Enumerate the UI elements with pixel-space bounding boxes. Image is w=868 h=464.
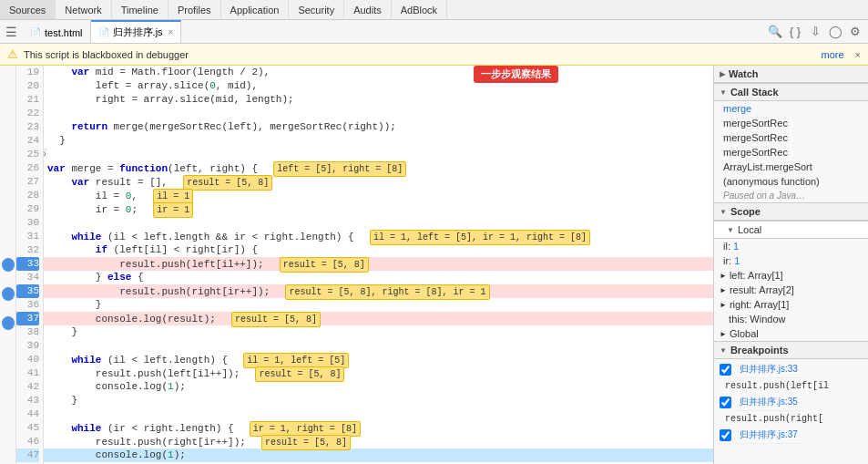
code-line-46: result.push(right[ir++]); result = [5, 8… [44,435,713,449]
annotation-badge: 一步步观察结果 [474,66,558,83]
main-area: 一步步观察结果 19 20 2 [0,66,868,464]
callstack-mergesortrec-3[interactable]: mergeSortRec [714,145,868,160]
code-line-33: result.push(left[il++]); result = [5, 8] [44,257,713,271]
format-icon[interactable]: { } [786,23,804,41]
callstack-merge[interactable]: merge [714,101,868,116]
local-scope-header: ▼ Local [714,221,868,239]
tab-hamburger[interactable]: ☰ [0,20,23,43]
warning-text: This script is blackboxed in debugger [24,49,189,60]
code-line-36: } [44,298,713,312]
code-line-27: var result = [], result = [5, 8] [44,175,713,189]
nav-application[interactable]: Application [221,0,290,19]
code-line-30 [44,216,713,230]
breakpoints-header: ▼ Breakpoints [714,341,868,359]
code-line-34: } else { [44,271,713,284]
scope-il: il: 1 [714,239,868,253]
bp-checkbox-37[interactable] [720,429,731,441]
code-line-32: if (left[il] < right[ir]) { [44,243,713,257]
search-icon[interactable]: 🔍 [766,23,784,41]
code-line-40: while (il < left.length) { il = 1, left … [44,353,713,366]
code-line-43: } [44,394,713,407]
bp-entry-37[interactable]: 归并排序.js:37 [714,425,868,446]
more-link[interactable]: more [822,49,844,60]
code-line-44 [44,407,713,421]
scope-global[interactable]: ► Global [714,326,868,341]
code-line-20: left = array.slice(0, mid), [44,79,713,93]
scope-header: ▼ Scope [714,202,868,221]
tab-bar: ☰ 📄 test.html 📄 归并排序.js × 🔍 { } ⇩ ◯ ⚙ [0,20,868,44]
code-line-29: ir = 0; ir = 1 [44,202,713,216]
nav-adblock[interactable]: AdBlock [392,0,447,19]
code-line-19: var mid = Math.floor(length / 2), [44,66,713,79]
line-gutter: 19 20 21 22 23 24 25 26 27 28 29 30 31 3… [16,66,44,464]
breakpoint-37[interactable] [2,316,15,330]
code-line-22 [44,107,713,120]
nav-sources[interactable]: Sources [0,0,56,19]
breakpoint-33[interactable] [2,258,15,272]
breakpoint-35[interactable] [2,287,15,301]
callstack-mergesortrec-1[interactable]: mergeSortRec [714,116,868,130]
warning-icon: ⚠ [7,47,18,61]
bp-code-33: result.push(left[il [714,380,868,392]
bp-checkbox-33[interactable] [720,364,731,376]
nav-timeline[interactable]: Timeline [112,0,168,19]
warning-close-button[interactable]: × [855,49,861,60]
toolbar-icons: 🔍 { } ⇩ ◯ ⚙ [766,23,868,41]
settings-icon[interactable]: ⚙ [846,23,864,41]
nav-profiles[interactable]: Profiles [168,0,221,19]
code-line-41: result.push(left[il++]); result = [5, 8] [44,366,713,380]
tab-close-icon[interactable]: × [168,27,174,37]
breakpoint-strip [0,66,16,464]
nav-security[interactable]: Security [289,0,344,19]
watch-section-header: ▶ Watch [714,66,868,83]
scope-result[interactable]: ► result: Array[2] [714,283,868,297]
nav-audits[interactable]: Audits [344,0,392,19]
code-line-21: right = array.slice(mid, length); [44,93,713,107]
code-line-26: var merge = function(left, right) { left… [44,161,713,175]
code-line-37: console.log(result); result = [5, 8] [44,312,713,325]
code-area[interactable]: 95% var mid = Math.floor(length / 2), le… [44,66,713,464]
scope-this: this: Window [714,312,868,326]
arrow-icon[interactable]: ⇩ [806,23,824,41]
tab-test-html[interactable]: 📄 test.html [23,20,91,43]
code-line-47: console.log(1); [44,449,713,462]
paused-label: Paused on a Java… [714,189,868,202]
warning-bar: ⚠ This script is blackboxed in debugger … [0,44,868,66]
scope-left[interactable]: ► left: Array[1] [714,268,868,283]
tab-merge-sort[interactable]: 📄 归并排序.js × [91,20,182,43]
code-line-38: } [44,325,713,339]
bp-entry-35[interactable]: 归并排序.js:35 [714,392,868,413]
code-line-45: while (ir < right.length) { ir = 1, righ… [44,421,713,435]
code-line-23: return merge(mergeSortRec(left), mergeSo… [44,120,713,134]
deactivate-icon[interactable]: ◯ [826,23,844,41]
code-line-39 [44,339,713,353]
code-panel: 一步步观察结果 19 20 2 [0,66,713,464]
code-line-42: console.log(1); [44,380,713,394]
callstack-arraylist-mergesort[interactable]: ArrayList.mergeSort [714,160,868,174]
top-nav: Sources Network Timeline Profiles Applic… [0,0,868,20]
nav-network[interactable]: Network [56,0,111,19]
scope-ir: ir: 1 [714,253,868,268]
right-panel: ▶ Watch ▼ Call Stack merge mergeSortRec … [713,66,868,464]
code-line-31: while (il < left.length && ir < right.le… [44,230,713,243]
callstack-mergesortrec-2[interactable]: mergeSortRec [714,130,868,145]
code-line-28: il = 0, il = 1 [44,189,713,202]
code-line-35: result.push(right[ir++]); result = [5, 8… [44,284,713,298]
bp-entry-33[interactable]: 归并排序.js:33 [714,359,868,380]
scope-right[interactable]: ► right: Array[1] [714,297,868,312]
call-stack-header: ▼ Call Stack [714,83,868,101]
callstack-anonymous[interactable]: (anonymous function) [714,174,868,189]
code-line-25 [44,148,713,161]
code-line-24: } [44,134,713,148]
bp-code-35: result.push(right[ [714,413,868,425]
bp-checkbox-35[interactable] [720,397,731,408]
